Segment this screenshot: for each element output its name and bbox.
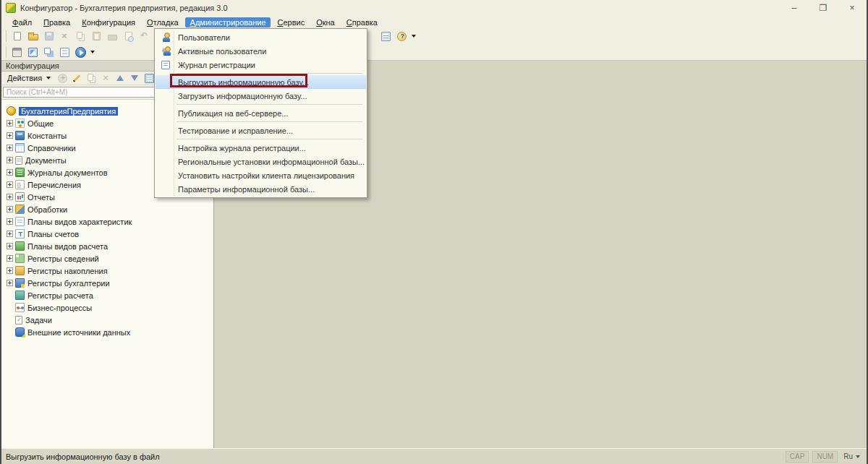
tree-item-9[interactable]: Планы счетов xyxy=(1,228,213,240)
caret-down-icon[interactable] xyxy=(412,35,416,38)
start-debugging-button[interactable] xyxy=(73,46,88,59)
window-controls: –❐× xyxy=(780,0,867,16)
cut-button xyxy=(57,30,72,43)
tasks-icon xyxy=(15,316,22,325)
calculator-icon xyxy=(381,32,391,41)
expand-plus-icon[interactable] xyxy=(7,255,13,262)
tree-item-7[interactable]: Обработки xyxy=(1,203,213,215)
calculator-button[interactable] xyxy=(378,30,393,43)
configurator-toolbar-icons xyxy=(9,46,95,59)
menu-item-label: Публикация на веб-сервере... xyxy=(178,109,288,118)
expand-plus-icon[interactable] xyxy=(7,132,13,139)
tree-item-label: Регистры накопления xyxy=(27,267,108,275)
expand-plus-icon[interactable] xyxy=(7,231,13,237)
menubar-item-6[interactable]: Окна xyxy=(311,17,340,27)
sort-icon xyxy=(145,74,154,83)
expand-plus-icon[interactable] xyxy=(7,280,13,286)
move-down-button[interactable] xyxy=(128,72,142,85)
new-document-button[interactable] xyxy=(9,30,25,43)
chart-of-accounts-icon xyxy=(15,229,25,239)
constants-icon xyxy=(15,131,25,140)
maximize-button[interactable]: ❐ xyxy=(809,0,838,16)
tree-item-17[interactable]: Внешние источники данных xyxy=(1,326,213,338)
admin-menu-item-8[interactable]: Региональные установки информационной ба… xyxy=(156,155,366,168)
minimize-button[interactable]: – xyxy=(780,0,809,16)
admin-menu-item-2[interactable]: Журнал регистрации xyxy=(156,58,366,72)
tree-item-label: Бизнес-процессы xyxy=(27,304,92,312)
configuration-window-icon xyxy=(12,48,22,57)
menubar-item-5[interactable]: Сервис xyxy=(272,17,310,27)
panel-title: Конфигурация xyxy=(6,61,59,70)
menu-item-label: Параметры информационной базы... xyxy=(178,185,315,194)
expand-plus-icon[interactable] xyxy=(7,267,13,274)
menubar-item-2[interactable]: Конфигурация xyxy=(77,17,140,27)
expand-plus-icon[interactable] xyxy=(7,218,13,225)
expand-plus-icon[interactable] xyxy=(7,243,13,249)
close-button[interactable]: × xyxy=(838,0,867,16)
save-button xyxy=(41,30,56,43)
admin-menu-item-6[interactable]: Тестирование и исправление... xyxy=(156,124,366,137)
title-bar: Конфигуратор - Бухгалтерия предприятия, … xyxy=(1,0,867,16)
admin-menu-item-4[interactable]: Загрузить информационную базу... xyxy=(156,89,366,103)
expand-plus-icon[interactable] xyxy=(7,206,13,212)
database-configuration-button[interactable] xyxy=(57,46,72,59)
indicator-cap: CAP xyxy=(786,451,809,463)
admin-menu-item-0[interactable]: Пользователи xyxy=(156,30,366,44)
tree-item-14[interactable]: Регистры расчета xyxy=(1,289,213,301)
tree-item-label: Документы xyxy=(25,156,67,165)
admin-menu-item-10[interactable]: Параметры информационной базы... xyxy=(156,182,366,196)
open-button[interactable] xyxy=(25,30,41,43)
document-journals-icon xyxy=(15,168,25,177)
expand-plus-icon[interactable] xyxy=(7,169,13,176)
print-button xyxy=(105,30,120,43)
menubar-item-7[interactable]: Справка xyxy=(341,17,383,27)
status-message: Выгрузить информационную базу в файл xyxy=(6,452,160,461)
tree-item-label: Общие xyxy=(27,119,54,128)
tree-item-12[interactable]: Регистры накопления xyxy=(1,265,213,277)
admin-menu-item-9[interactable]: Установить настройки клиента лицензирова… xyxy=(156,168,366,182)
expand-plus-icon[interactable] xyxy=(7,194,13,200)
expand-plus-icon[interactable] xyxy=(7,181,13,188)
chart-of-characteristic-types-icon xyxy=(15,217,25,226)
reports-icon xyxy=(15,192,25,202)
tree-item-16[interactable]: Задачи xyxy=(1,314,213,326)
tree-item-label: Справочники xyxy=(27,144,76,152)
menubar-item-1[interactable]: Правка xyxy=(38,17,75,27)
admin-menu: ПользователиАктивные пользователиЖурнал … xyxy=(154,28,367,198)
tree-item-13[interactable]: Регистры бухгалтерии xyxy=(1,277,213,289)
expand-plus-icon[interactable] xyxy=(7,120,13,126)
move-up-button[interactable] xyxy=(114,72,127,85)
compare-configurations-button[interactable] xyxy=(41,46,56,59)
expand-plus-icon[interactable] xyxy=(7,145,13,151)
open-icon xyxy=(28,34,38,40)
menubar-item-4[interactable]: Администрирование xyxy=(185,17,271,27)
tree-item-8[interactable]: Планы видов характеристик xyxy=(1,215,213,228)
edit-button[interactable] xyxy=(70,72,84,85)
user-icon xyxy=(161,33,171,42)
admin-menu-item-3[interactable]: Выгрузить информационную базу... xyxy=(156,75,366,89)
status-indicators: CAPNUM Ru xyxy=(786,451,862,463)
language-selector[interactable]: Ru xyxy=(841,451,862,463)
admin-menu-item-1[interactable]: Активные пользователи xyxy=(156,44,366,58)
admin-menu-item-5[interactable]: Публикация на веб-сервере... xyxy=(156,106,366,120)
tree-item-label: Регистры расчета xyxy=(27,291,93,300)
configuration-root-icon xyxy=(7,106,16,116)
indicator-num: NUM xyxy=(812,451,838,463)
tree-item-10[interactable]: Планы видов расчета xyxy=(1,240,213,252)
accounting-registers-icon xyxy=(15,278,25,288)
expand-plus-icon[interactable] xyxy=(7,157,13,163)
update-database-configuration-button[interactable] xyxy=(25,46,41,59)
tree-item-11[interactable]: Регистры сведений xyxy=(1,252,213,265)
caret-down-icon[interactable] xyxy=(90,51,95,53)
menu-item-label: Журнал регистрации xyxy=(178,61,255,69)
actions-button[interactable]: Действия xyxy=(4,72,54,85)
calculation-registers-icon xyxy=(15,291,25,300)
add-button xyxy=(56,72,69,85)
paste-icon xyxy=(93,32,101,40)
menubar-item-3[interactable]: Отладка xyxy=(142,17,184,27)
configuration-window-button[interactable] xyxy=(9,46,25,59)
menubar-item-0[interactable]: Файл xyxy=(7,17,37,27)
tree-item-15[interactable]: Бизнес-процессы xyxy=(1,301,213,314)
help-button[interactable] xyxy=(394,30,409,43)
admin-menu-item-7[interactable]: Настройка журнала регистрации... xyxy=(156,141,366,155)
